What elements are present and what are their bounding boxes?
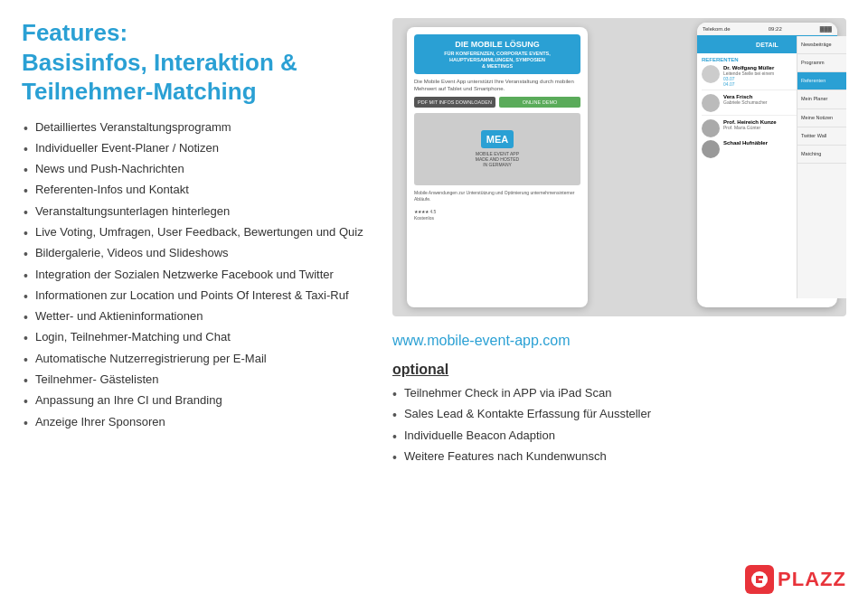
page-title: Features: Basisinfos, Interaktion & Teil… (22, 18, 374, 107)
pdf-button[interactable]: PDF MIT INFOS DOWNLOADEN (414, 97, 495, 108)
optional-list: Teilnehmer Check in APP via iPad ScanSal… (392, 385, 846, 469)
svg-point-0 (751, 571, 768, 588)
feature-item: Informationen zur Location und Points Of… (22, 287, 374, 306)
phone-mockup: DIE MOBILE LÖSUNG FÜR KONFERENZEN, CORPO… (392, 18, 846, 316)
mockup-title: DIE MOBILE LÖSUNG (418, 39, 577, 51)
person-role-2: Gabriele Schumacher (723, 99, 767, 105)
feature-item: News und Push-Nachrichten (22, 161, 374, 179)
time-text: 09:22 (769, 26, 782, 32)
feature-item: Integration der Sozialen Netzwerke Faceb… (22, 267, 374, 285)
person-name-4: Schaal Hufnäbler (723, 140, 768, 146)
feature-item: Teilnehmer- Gästelisten (22, 372, 374, 390)
title-line1: Features: (22, 19, 127, 46)
optional-item: Sales Lead & Kontakte Erfassung für Auss… (392, 406, 846, 424)
title-line3: Teilnehmer-Matching (22, 78, 257, 105)
person-date-2: 04.07 (723, 81, 774, 87)
demo-button[interactable]: ONLINE DEMO (499, 97, 580, 108)
tab-meine-notizen[interactable]: Meine Notizen (797, 109, 846, 127)
plazz-text: PLAZZ (778, 568, 846, 591)
tab-mein-planer[interactable]: Mein Planer (797, 90, 846, 108)
feature-item: Referenten-Infos und Kontakt (22, 182, 374, 200)
avatar-1 (702, 65, 720, 83)
mea-badge: MEA (481, 130, 514, 148)
app-tab-sidebar: Newsbeiträge Programm Referenten Mein Pl… (797, 36, 846, 298)
optional-section: optional Teilnehmer Check in APP via iPa… (392, 362, 846, 469)
features-list: Detailliertes VeranstaltungsprogrammIndi… (22, 119, 374, 435)
optional-item: Weitere Features nach Kundenwunsch (392, 448, 846, 466)
tab-twitter-wall[interactable]: Twitter Wall (797, 127, 846, 146)
mea-photo-area: MEA MOBILE EVENT APPMADE AND HOSTEDIN GE… (414, 113, 580, 185)
phone-nav-label: DETAIL (756, 42, 778, 48)
mockup-buttons: PDF MIT INFOS DOWNLOADEN ONLINE DEMO (414, 97, 580, 108)
avatar-3 (702, 119, 720, 137)
plazz-logo: PLAZZ (745, 565, 846, 594)
carrier-text: Telekom.de (703, 26, 731, 32)
right-column: DIE MOBILE LÖSUNG FÜR KONFERENZEN, CORPO… (392, 18, 846, 594)
feature-item: Bildergalerie, Videos und Slideshows (22, 245, 374, 263)
mea-tagline: MOBILE EVENT APPMADE AND HOSTEDIN GERMAN… (476, 151, 519, 167)
url-line: www.mobile-event-app.com (392, 333, 846, 349)
feature-item: Individueller Event-Planer / Notizen (22, 140, 374, 158)
plazz-icon-svg (750, 570, 769, 589)
feature-item: Detailliertes Veranstaltungsprogramm (22, 119, 374, 137)
optional-label: optional (392, 362, 846, 378)
tab-referenten[interactable]: Referenten (797, 72, 846, 90)
person-role-3: Prof. Maria Günter (723, 125, 777, 130)
mockup-detail-text: Mobile Anwendungen zur Unterstützung und… (414, 190, 580, 221)
mockup-header: DIE MOBILE LÖSUNG FÜR KONFERENZEN, CORPO… (414, 34, 580, 74)
plazz-icon (745, 565, 774, 594)
optional-item: Teilnehmer Check in APP via iPad Scan (392, 385, 846, 403)
url-text: www.mobile-event-app.com (392, 333, 571, 349)
title-line2: Basisinfos, Interaktion & (22, 49, 297, 76)
feature-item: Veranstaltungsunterlagen hinterlegen (22, 203, 374, 221)
left-column: Features: Basisinfos, Interaktion & Teil… (22, 18, 374, 594)
mockup-subtext: Die Mobile Event App unterstützt Ihre Ve… (414, 79, 580, 93)
tab-programm[interactable]: Programm (797, 54, 846, 72)
optional-item: Individuelle Beacon Adaption (392, 428, 846, 446)
battery-icon: ▓▓▓ (820, 26, 832, 32)
feature-item: Live Voting, Umfragen, User Feedback, Be… (22, 224, 374, 242)
feature-item: Login, Teilnehmer-Matching und Chat (22, 329, 374, 347)
feature-item: Anpassung an Ihre CI und Branding (22, 392, 374, 410)
phone-status-bar: Telekom.de 09:22 ▓▓▓ (697, 23, 837, 35)
plazz-logo-area: PLAZZ (392, 558, 846, 594)
feature-item: Automatische Nutzerregistrierung per E-M… (22, 351, 374, 369)
avatar-4 (702, 140, 720, 158)
tab-matching[interactable]: Matching (797, 146, 846, 164)
content-panel-left: DIE MOBILE LÖSUNG FÜR KONFERENZEN, CORPO… (407, 27, 588, 307)
tab-newsbeitraege[interactable]: Newsbeiträge (797, 36, 846, 54)
feature-item: Wetter- und Aktieninformationen (22, 308, 374, 326)
avatar-2 (702, 94, 720, 112)
mockup-subtitle: FÜR KONFERENZEN, CORPORATE EVENTS,HAUPTV… (418, 51, 577, 70)
feature-item: Anzeige Ihrer Sponsoren (22, 414, 374, 432)
